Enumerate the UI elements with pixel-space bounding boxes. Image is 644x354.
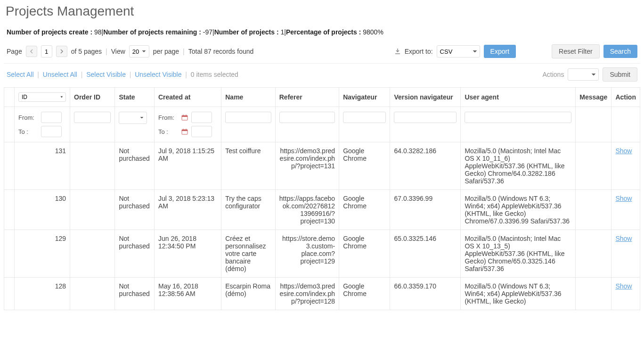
svg-rect-1 [182, 115, 187, 117]
cell-name: Try the caps configurator [221, 190, 276, 230]
cell-created-at: Jun 26, 2018 12:34:50 PM [154, 230, 221, 278]
stats-bar: Number of projects create : 98|Number of… [4, 25, 640, 40]
cell-name: Escarpin Roma (démo) [221, 278, 276, 310]
cell-message [576, 278, 611, 310]
order-id-filter-input[interactable] [74, 112, 111, 123]
cell-name: Test coiffure [221, 142, 276, 190]
separator: | [106, 48, 107, 55]
cell-id: 131 [15, 142, 70, 190]
cell-state: Not purchased [115, 190, 155, 230]
col-state[interactable]: State [115, 88, 155, 107]
created-to-input[interactable] [191, 126, 212, 137]
cell-created-at: May 16, 2018 12:38:56 AM [154, 278, 221, 310]
show-link[interactable]: Show [615, 235, 632, 242]
created-from-label: From: [158, 114, 178, 121]
prev-page-button[interactable] [26, 46, 37, 57]
cell-action: Show [611, 142, 640, 190]
cell-created-at: Jul 3, 2018 5:23:13 AM [154, 190, 221, 230]
cell-state: Not purchased [115, 278, 155, 310]
show-link[interactable]: Show [615, 282, 632, 290]
reset-filter-button[interactable]: Reset Filter [552, 44, 600, 58]
stats-number-label: Number of projects : [214, 28, 279, 36]
col-version[interactable]: Version navigateur [390, 88, 461, 107]
id-column-select[interactable]: ID [18, 92, 66, 102]
svg-rect-5 [182, 130, 187, 131]
projects-table: ID Order ID State Created at Name Refere… [4, 87, 640, 310]
table-header-row: ID Order ID State Created at Name Refere… [4, 88, 640, 107]
search-button[interactable]: Search [603, 45, 637, 58]
cell-name: Créez et personnalisez votre carte banca… [221, 230, 276, 278]
show-link[interactable]: Show [615, 147, 632, 155]
table-row[interactable]: 131Not purchasedJul 9, 2018 1:15:25 AMTe… [4, 142, 640, 190]
cell-order-id [70, 142, 115, 190]
cell-user-agent: Mozilla/5.0 (Macintosh; Intel Mac OS X 1… [461, 142, 576, 190]
col-action: Action [611, 88, 640, 107]
cell-version: 64.0.3282.186 [390, 142, 461, 190]
page-title: Projects Management [4, 0, 640, 25]
page-number-input[interactable] [41, 45, 52, 58]
submit-button[interactable]: Submit [603, 67, 637, 82]
next-page-button[interactable] [56, 46, 67, 57]
col-created-at[interactable]: Created at [154, 88, 221, 107]
col-checkbox [4, 88, 15, 107]
unselect-all-link[interactable]: Unselect All [43, 71, 77, 78]
version-filter-input[interactable] [394, 112, 457, 123]
selection-bar: Select All | Unselect All | Select Visib… [4, 64, 640, 87]
actions-label: Actions [543, 71, 564, 78]
referer-filter-input[interactable] [279, 112, 335, 123]
export-format-select[interactable]: CSV [437, 45, 480, 58]
items-selected-label: 0 items selected [191, 71, 238, 78]
table-row[interactable]: 130Not purchasedJul 3, 2018 5:23:13 AMTr… [4, 190, 640, 230]
download-icon [394, 48, 401, 55]
toolbar: Page of 5 pages | View 20 per page | Tot… [4, 40, 640, 64]
table-row[interactable]: 129Not purchasedJun 26, 2018 12:34:50 PM… [4, 230, 640, 278]
calendar-icon[interactable] [181, 114, 188, 121]
created-from-input[interactable] [191, 112, 212, 123]
select-all-link[interactable]: Select All [7, 71, 34, 78]
stats-percentage-value: 9800% [363, 28, 383, 36]
stats-remaining-value: -97 [203, 28, 212, 36]
created-to-label: To : [158, 128, 178, 135]
chevron-right-icon [60, 49, 64, 54]
stats-created-label: Number of projects create : [7, 28, 92, 36]
id-from-input[interactable] [41, 112, 62, 123]
navigateur-filter-input[interactable] [343, 112, 386, 123]
cell-referer: https://demo3.predesire.com/index.php/?p… [275, 278, 339, 310]
id-to-label: To : [18, 128, 38, 135]
cell-user-agent: Mozilla/5.0 (Macintosh; Intel Mac OS X 1… [461, 230, 576, 278]
unselect-visible-link[interactable]: Unselect Visible [135, 71, 181, 78]
stats-remaining-label: Number of projects remaining : [103, 28, 201, 36]
of-pages-label: of 5 pages [71, 48, 102, 55]
select-visible-link[interactable]: Select Visible [86, 71, 126, 78]
col-user-agent[interactable]: User agent [461, 88, 576, 107]
cell-version: 67.0.3396.99 [390, 190, 461, 230]
cell-state: Not purchased [115, 142, 155, 190]
actions-select[interactable] [568, 68, 599, 81]
table-row[interactable]: 128Not purchasedMay 16, 2018 12:38:56 AM… [4, 278, 640, 310]
cell-action: Show [611, 278, 640, 310]
page-label: Page [7, 48, 22, 55]
id-to-input[interactable] [41, 126, 62, 137]
cell-user-agent: Mozilla/5.0 (Windows NT 6.3; Win64; x64)… [461, 278, 576, 310]
col-navigateur[interactable]: Navigateur [339, 88, 390, 107]
cell-navigateur: Google Chrome [339, 142, 390, 190]
cell-navigateur: Google Chrome [339, 278, 390, 310]
export-button[interactable]: Export [484, 45, 516, 58]
col-referer[interactable]: Referer [275, 88, 339, 107]
calendar-icon[interactable] [181, 128, 188, 135]
stats-created-value: 98 [94, 28, 102, 36]
per-page-select[interactable]: 20 [129, 45, 149, 58]
cell-referer: https://demo3.predesire.com/index.php/?p… [275, 142, 339, 190]
cell-message [576, 190, 611, 230]
cell-version: 66.0.3359.170 [390, 278, 461, 310]
name-filter-input[interactable] [225, 112, 271, 123]
cell-action: Show [611, 190, 640, 230]
col-message[interactable]: Message [576, 88, 611, 107]
col-name[interactable]: Name [221, 88, 276, 107]
user-agent-filter-input[interactable] [465, 112, 571, 123]
show-link[interactable]: Show [615, 195, 632, 202]
state-filter-select[interactable] [119, 112, 147, 124]
separator: | [183, 48, 185, 55]
col-order-id[interactable]: Order ID [70, 88, 115, 107]
cell-id: 129 [15, 230, 70, 278]
